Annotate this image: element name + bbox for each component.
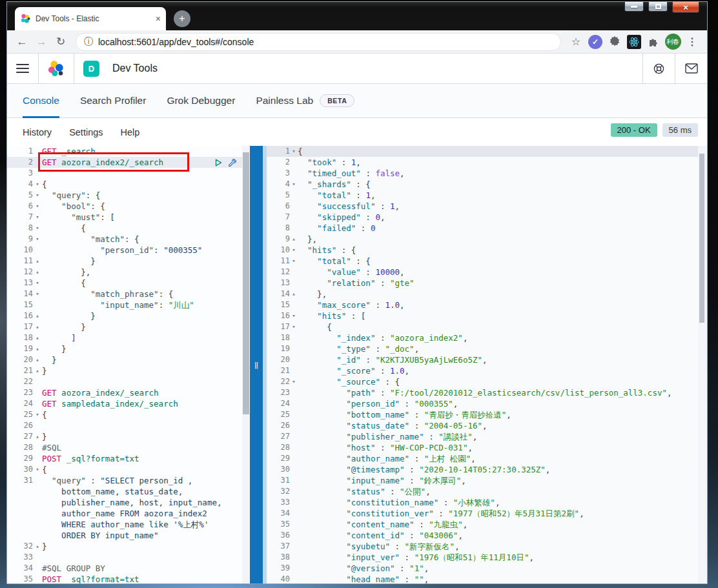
history-link[interactable]: History — [23, 127, 52, 137]
fold-toggle-icon[interactable]: ▾ — [290, 321, 298, 332]
nav-menu-button[interactable] — [7, 54, 38, 83]
fold-toggle-icon[interactable]: ▾ — [33, 201, 42, 212]
response-line: 36 "content_id" : "043006", — [267, 530, 707, 541]
fold-toggle-icon[interactable]: ▴ — [33, 321, 42, 332]
fold-toggle-icon[interactable]: ▾ — [33, 464, 42, 475]
help-button[interactable] — [642, 54, 675, 83]
code-text: "hits" : { — [298, 245, 356, 256]
response-viewer[interactable]: 1▾{2 "took" : 1,3 "timed_out" : false,4▾… — [267, 146, 707, 583]
fold-toggle-icon[interactable]: ▾ — [290, 376, 298, 387]
tab-painless-lab[interactable]: Painless Lab BETA — [256, 84, 354, 117]
editor-line: 34#SQL GROUP BY — [7, 563, 250, 574]
wrench-icon[interactable] — [227, 158, 237, 168]
address-bar[interactable]: ⓘ localhost:5601/app/dev_tools#/console — [76, 33, 561, 51]
fold-toggle-icon[interactable]: ▾ — [290, 256, 298, 267]
fold-toggle-icon[interactable]: ▾ — [33, 409, 42, 420]
fold-toggle-icon[interactable]: ▾ — [33, 190, 42, 201]
line-number: 22 — [267, 376, 290, 387]
response-line: 14▴ }, — [267, 289, 707, 299]
tab-console[interactable]: Console — [23, 84, 59, 117]
fold-spacer — [33, 420, 42, 431]
response-scrollbar-thumb[interactable] — [699, 154, 704, 323]
fold-toggle-icon[interactable]: ▴ — [290, 234, 298, 245]
fold-toggle-icon[interactable]: ▾ — [290, 179, 298, 190]
fold-toggle-icon[interactable]: ▾ — [290, 245, 298, 256]
fold-toggle-icon[interactable]: ▴ — [33, 267, 42, 278]
settings-link[interactable]: Settings — [69, 127, 103, 137]
tab-grok-debugger[interactable]: Grok Debugger — [167, 84, 235, 117]
profile-avatar[interactable]: 利春 — [664, 34, 681, 50]
fold-toggle-icon[interactable]: ▾ — [33, 212, 42, 223]
extension-adblock-button[interactable] — [606, 34, 623, 50]
code-text: "head_name" : "", — [298, 574, 429, 583]
code-text: { — [298, 146, 303, 157]
reload-button[interactable]: ↻ — [52, 34, 69, 50]
response-line: 4▾ "_shards" : { — [267, 179, 707, 190]
extensions-menu-button[interactable] — [645, 34, 662, 50]
help-link[interactable]: Help — [121, 127, 140, 137]
browser-tab[interactable]: Dev Tools - Elastic × — [15, 7, 166, 30]
code-text: }, — [298, 289, 327, 299]
fold-toggle-icon[interactable]: ▴ — [290, 289, 298, 299]
space-selector[interactable]: D — [74, 54, 108, 83]
extension-check-button[interactable]: ✓ — [587, 34, 604, 50]
extension-react-devtools-button[interactable] — [626, 34, 642, 50]
url-text[interactable]: localhost:5601/app/dev_tools#/console — [98, 37, 254, 47]
forward-button[interactable]: → — [33, 34, 50, 50]
fold-toggle-icon[interactable]: ▴ — [33, 343, 42, 354]
request-editor[interactable]: 1GET _search2GET aozora_index2/_search34… — [7, 146, 250, 583]
editor-line: 22 — [7, 376, 250, 387]
maximize-button[interactable] — [648, 2, 668, 12]
response-line: 28 "host" : "HW-COP-PCD-031", — [267, 442, 707, 453]
site-info-icon[interactable]: ⓘ — [84, 36, 93, 48]
response-line: 22▾ "_source" : { — [267, 376, 707, 387]
browser-menu-icon[interactable]: ⋮ — [687, 35, 697, 48]
fold-toggle-icon[interactable]: ▾ — [290, 310, 298, 321]
back-button[interactable]: ← — [14, 34, 30, 50]
fold-spacer — [290, 464, 298, 475]
send-request-button[interactable] — [214, 158, 223, 167]
line-number — [7, 486, 33, 497]
panel-resizer-handle[interactable]: ‖ — [250, 146, 263, 583]
fold-toggle-icon[interactable]: ▾ — [33, 289, 42, 299]
tab-title: Dev Tools - Elastic — [36, 14, 150, 23]
elastic-logo[interactable] — [39, 54, 74, 83]
editor-scrollbar-thumb[interactable] — [243, 152, 249, 414]
new-tab-button[interactable]: + — [174, 10, 190, 27]
editor-line: 9▾ "match": { — [7, 234, 250, 245]
fold-toggle-icon[interactable]: ▾ — [33, 179, 42, 190]
close-button[interactable]: × — [672, 2, 699, 13]
code-text: "_source" : { — [298, 376, 400, 387]
code-text: "_shards" : { — [298, 179, 371, 190]
editor-line: 17▴ } — [7, 321, 250, 332]
minimize-button[interactable] — [624, 2, 644, 12]
fold-toggle-icon[interactable]: ▴ — [33, 256, 42, 267]
bookmark-star-icon[interactable]: ☆ — [571, 35, 580, 48]
line-number: 33 — [267, 497, 290, 508]
line-number: 37 — [267, 541, 290, 552]
fold-toggle-icon[interactable]: ▴ — [33, 431, 42, 442]
tab-search-profiler[interactable]: Search Profiler — [80, 84, 147, 117]
fold-toggle-icon[interactable]: ▾ — [290, 146, 298, 157]
fold-spacer — [290, 486, 298, 497]
line-number: 26 — [267, 420, 290, 431]
line-number: 10 — [267, 245, 290, 256]
fold-toggle-icon[interactable]: ▴ — [33, 332, 42, 343]
response-line: 34 "constitution_ver" : "1977（昭和52）年5月31… — [267, 508, 707, 519]
fold-toggle-icon[interactable]: ▴ — [33, 365, 42, 376]
line-number: 30 — [267, 464, 290, 475]
editor-line: 4▾{ — [7, 179, 250, 190]
newsfeed-button[interactable] — [675, 54, 707, 83]
fold-toggle-icon[interactable]: ▴ — [33, 541, 42, 552]
fold-toggle-icon[interactable]: ▴ — [33, 354, 42, 365]
fold-spacer — [290, 508, 298, 519]
editor-line: 11▴ } — [7, 256, 250, 267]
fold-toggle-icon[interactable]: ▾ — [33, 234, 42, 245]
fold-toggle-icon[interactable]: ▾ — [33, 223, 42, 234]
fold-toggle-icon[interactable]: ▾ — [33, 278, 42, 289]
editor-line: 20▴ } — [7, 354, 250, 365]
tab-close-icon[interactable]: × — [156, 14, 161, 23]
fold-toggle-icon[interactable]: ▴ — [33, 310, 42, 321]
line-number: 19 — [267, 343, 290, 354]
line-number: 13 — [267, 278, 290, 289]
